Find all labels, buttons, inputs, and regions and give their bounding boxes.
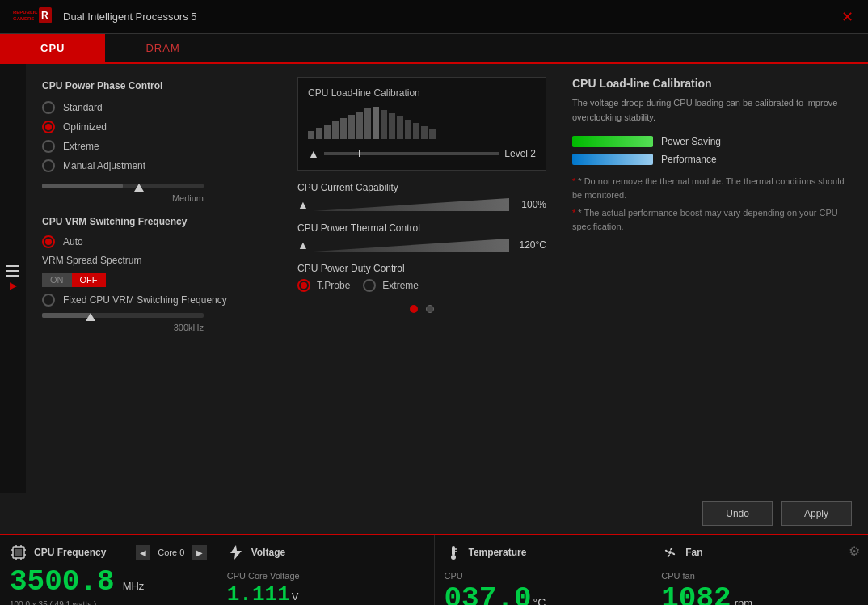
undo-button[interactable]: Undo: [702, 501, 773, 526]
duty-options: T.Probe Extreme: [297, 279, 546, 292]
main-content: ▶ CPU Power Phase Control Standard Optim…: [0, 64, 868, 493]
fan-header: Fan: [661, 544, 858, 561]
cpu-fan-value: 1082: [661, 582, 731, 605]
radio-vrm-auto[interactable]: [42, 235, 55, 248]
core-next-btn[interactable]: ▶: [192, 545, 207, 560]
spread-toggle: ON OFF: [42, 273, 268, 287]
legend-label-performance: Performance: [661, 154, 717, 165]
freq-big-value: 3500.8: [10, 568, 115, 597]
voltage-title: Voltage: [251, 547, 424, 558]
fan-section: Fan CPU fan 1082 rpm CPU_OPT 0 rpm Chass…: [651, 535, 868, 605]
fixed-freq-label: Fixed CPU VRM Switching Frequency: [63, 294, 227, 306]
option-standard[interactable]: Standard: [42, 101, 268, 114]
freq-value-row: 3500.8 MHz: [10, 568, 207, 597]
fan-title: Fan: [685, 547, 858, 558]
radio-extreme-duty[interactable]: [363, 279, 376, 292]
freq-sub-info: 100.0 x 35 ( 49.1 watts ): [10, 600, 207, 605]
info-desc: The voltage droop during CPU loading can…: [572, 96, 855, 125]
sidebar-arrow-icon: ▶: [10, 280, 17, 291]
legend-power-saving: Power Saving: [572, 136, 855, 147]
duty-control: CPU Power Duty Control T.Probe Extreme: [297, 263, 546, 292]
menu-icon: [6, 270, 19, 272]
core-voltage-unit: V: [292, 590, 299, 603]
svg-rect-6: [15, 549, 22, 556]
phase-slider: Medium: [42, 184, 268, 203]
radio-extreme[interactable]: [42, 140, 55, 153]
current-cap-arrow: ▲: [297, 198, 309, 211]
core-nav: ◀ Core 0 ▶: [136, 545, 207, 560]
option-optimized-label: Optimized: [63, 121, 107, 133]
dot-1[interactable]: [410, 305, 418, 313]
calibration-slider[interactable]: [324, 152, 499, 155]
spread-spectrum-label: VRM Spread Spectrum: [42, 255, 268, 266]
core-voltage-value: 1.111: [227, 582, 290, 605]
cpu-fan-value-row: 1082 rpm: [661, 582, 858, 605]
vrm-auto-label: Auto: [63, 236, 83, 248]
radio-tprobe[interactable]: [297, 279, 310, 292]
apply-button[interactable]: Apply: [781, 501, 852, 526]
voltage-section: Voltage CPU Core Voltage 1.111 V +12V 12…: [217, 535, 435, 605]
voltage-icon: [227, 544, 245, 561]
core-voltage-label: CPU Core Voltage: [227, 571, 300, 581]
sidebar-toggle[interactable]: ▶: [0, 64, 26, 493]
option-optimized[interactable]: Optimized: [42, 121, 268, 133]
info-title: CPU Load-line Calibration: [572, 77, 855, 90]
tab-cpu[interactable]: CPU: [0, 34, 105, 62]
radio-optimized[interactable]: [42, 121, 55, 133]
radio-fixed-freq[interactable]: [42, 294, 55, 307]
calibration-box: CPU Load-line Calibration: [297, 77, 546, 171]
option-standard-label: Standard: [63, 102, 103, 113]
svg-rect-16: [452, 546, 455, 556]
gear-settings-btn[interactable]: ⚙: [849, 544, 860, 559]
current-cap-slider-row: ▲ 100%: [297, 198, 546, 211]
legend-bar-blue: [572, 154, 653, 165]
cpu-fan-row: CPU fan 1082 rpm: [661, 568, 858, 605]
vrm-auto-option[interactable]: Auto: [42, 235, 268, 248]
toggle-off[interactable]: OFF: [72, 273, 106, 287]
duty-tprobe-label: T.Probe: [317, 280, 350, 291]
action-bar: Undo Apply: [0, 493, 868, 534]
current-cap-title: CPU Current Capability: [297, 182, 546, 193]
note-2: * * The actual performance boost may var…: [572, 206, 855, 233]
fan-icon: [661, 544, 679, 561]
current-capability: CPU Current Capability ▲ 100%: [297, 182, 546, 211]
radio-manual[interactable]: [42, 159, 55, 172]
option-manual[interactable]: Manual Adjustment: [42, 159, 268, 172]
dot-2[interactable]: [426, 305, 434, 313]
core-voltage-value-row: 1.111 V: [227, 582, 424, 605]
duty-extreme[interactable]: Extreme: [363, 279, 419, 292]
phase-slider-track[interactable]: [42, 184, 204, 188]
tab-dram[interactable]: DRAM: [105, 34, 220, 62]
note-1: * * Do not remove the thermal module. Th…: [572, 175, 855, 201]
legend-bar-green: [572, 136, 653, 147]
thermal-control: CPU Power Thermal Control ▲ 120°C: [297, 222, 546, 252]
thermal-arrow: ▲: [297, 239, 309, 252]
toggle-on[interactable]: ON: [42, 273, 72, 287]
calibration-bars: [308, 107, 536, 139]
radio-standard[interactable]: [42, 101, 55, 114]
cpu-temp-row: CPU 037.0 °C: [445, 568, 642, 605]
fixed-freq-option[interactable]: Fixed CPU VRM Switching Frequency: [42, 294, 268, 307]
middle-panel: CPU Load-line Calibration: [284, 64, 559, 493]
voltage-header: Voltage: [227, 544, 424, 561]
thermal-title: CPU Power Thermal Control: [297, 222, 546, 234]
duty-tprobe[interactable]: T.Probe: [297, 279, 350, 292]
svg-marker-15: [230, 545, 242, 560]
fixed-freq-track[interactable]: [42, 313, 204, 318]
temp-icon: [445, 544, 462, 561]
svg-text:GAMERS: GAMERS: [13, 16, 34, 21]
thermal-value: 120°C: [514, 239, 546, 251]
menu-icon: [6, 265, 19, 267]
fixed-freq-value: 300kHz: [42, 323, 204, 332]
svg-point-17: [451, 555, 456, 560]
cpu-freq-icon: [10, 544, 27, 561]
current-cap-track[interactable]: [314, 198, 509, 211]
cpu-temp-label: CPU: [445, 571, 463, 581]
close-button[interactable]: ✕: [836, 10, 858, 24]
svg-point-20: [668, 551, 672, 554]
thermal-track[interactable]: [314, 239, 509, 252]
vrm-freq-title: CPU VRM Switching Frequency: [42, 216, 268, 227]
cpu-fan-label: CPU fan: [661, 571, 695, 581]
core-prev-btn[interactable]: ◀: [136, 545, 150, 560]
option-extreme[interactable]: Extreme: [42, 140, 268, 153]
